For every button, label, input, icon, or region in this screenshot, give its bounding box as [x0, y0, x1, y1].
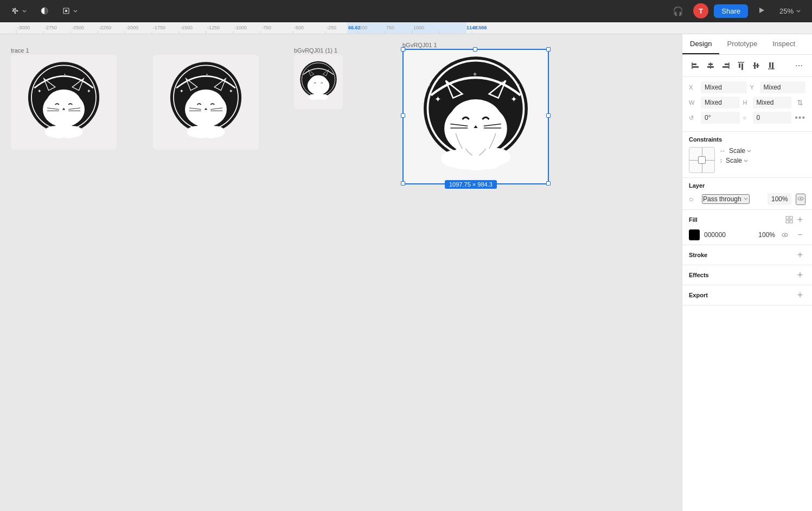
canvas-label-bgvrqj01: bGvRQJ01 1: [402, 40, 437, 49]
align-middle-v-button[interactable]: [750, 59, 763, 72]
svg-point-1: [17, 10, 18, 12]
svg-rect-141: [790, 220, 792, 223]
align-bottom-button[interactable]: [765, 59, 778, 72]
svg-rect-6: [65, 10, 67, 12]
x-input[interactable]: [701, 81, 747, 93]
share-button[interactable]: Share: [714, 4, 748, 18]
xywh-section: X Y W H ⇅ ↺ ○ •••: [682, 77, 812, 132]
rotate-input[interactable]: [701, 112, 740, 124]
chevron-down-icon-constraint-h: [746, 148, 752, 154]
topbar-right: 🎧 T Share 25%: [668, 3, 805, 18]
distribute-icon: ⋯: [795, 61, 803, 70]
fill-add-button[interactable]: +: [795, 214, 805, 225]
svg-text:+: +: [206, 73, 208, 76]
fill-header: Fill +: [689, 214, 805, 225]
svg-text:+: +: [427, 82, 430, 88]
ruler: -3000 -2750 -2500 -2250 -2000 -1750 -150…: [0, 22, 812, 34]
topbar: 🎧 T Share 25%: [0, 0, 812, 22]
handle-br[interactable]: [546, 181, 551, 186]
constraint-vertical-select[interactable]: Scale: [726, 157, 749, 164]
layer-row: ○ Pass through: [689, 193, 805, 205]
canvas-image-2[interactable]: ✦ ✦ +: [153, 55, 259, 150]
stroke-add-button[interactable]: +: [795, 250, 805, 260]
zoom-button[interactable]: 25%: [775, 5, 805, 17]
handle-tl[interactable]: [401, 47, 405, 52]
more-options-button[interactable]: •••: [795, 113, 805, 123]
svg-point-117: [477, 155, 501, 169]
w-input[interactable]: [701, 97, 740, 108]
svg-text:✦: ✦: [37, 88, 42, 94]
constraints-section: Constraints ↔ Scale: [682, 132, 812, 178]
svg-point-2: [15, 8, 16, 10]
layer-section: Layer ○ Pass through: [682, 178, 812, 210]
handle-bl[interactable]: [401, 181, 405, 186]
canvas-image-4-selected[interactable]: ✦ ✦ + + + + +: [404, 50, 548, 183]
align-right-button[interactable]: [719, 59, 732, 72]
tab-design[interactable]: Design: [682, 34, 719, 54]
constraint-horizontal-select[interactable]: Scale: [729, 147, 752, 155]
export-add-button[interactable]: +: [795, 290, 805, 301]
handle-tm[interactable]: [473, 47, 477, 52]
align-center-h-button[interactable]: [704, 59, 717, 72]
svg-point-137: [800, 197, 802, 199]
play-button[interactable]: [753, 4, 770, 18]
align-left-icon: [691, 61, 700, 70]
fill-grid-button[interactable]: [784, 214, 795, 225]
y-input[interactable]: [760, 81, 806, 93]
fill-title: Fill: [689, 216, 784, 223]
constraints-title: Constraints: [689, 136, 805, 143]
svg-text:500: 500: [359, 25, 367, 30]
svg-text:+: +: [80, 78, 82, 81]
corner-input[interactable]: [753, 112, 792, 124]
half-circle-icon: [40, 7, 49, 15]
align-top-button[interactable]: [734, 59, 747, 72]
svg-marker-7: [759, 8, 764, 13]
opacity-input[interactable]: [768, 193, 791, 205]
color-mode-button[interactable]: [36, 4, 53, 17]
rotate-label: ↺: [689, 114, 698, 122]
move-tool-button[interactable]: [7, 4, 31, 17]
frame-tool-button[interactable]: [57, 4, 82, 17]
svg-point-92: [318, 94, 328, 100]
handle-rm[interactable]: [546, 113, 551, 118]
export-section: Export +: [682, 285, 812, 305]
svg-rect-128: [741, 63, 743, 70]
visibility-toggle[interactable]: [796, 194, 805, 205]
fill-remove-button[interactable]: −: [795, 229, 805, 240]
h-input[interactable]: [753, 97, 792, 108]
svg-text:1000: 1000: [413, 25, 424, 30]
canvas-label-bgvrqj01-copy: bGvRQJ01 (1) 1: [294, 45, 337, 55]
svg-text:-2000: -2000: [126, 25, 138, 30]
svg-text:+: +: [64, 73, 66, 76]
canvas-image-3[interactable]: [294, 55, 343, 109]
eye-icon: [797, 195, 804, 202]
constraint-horizontal-row: ↔ Scale: [719, 147, 805, 155]
headphone-button[interactable]: 🎧: [668, 4, 688, 18]
svg-point-87: [309, 75, 328, 91]
fill-color-preview[interactable]: [689, 229, 700, 240]
blend-mode-select[interactable]: Pass through: [702, 194, 750, 204]
effects-add-button[interactable]: +: [795, 270, 805, 280]
handle-lm[interactable]: [401, 113, 405, 118]
svg-text:✦: ✦: [229, 88, 233, 94]
tab-prototype[interactable]: Prototype: [719, 34, 765, 54]
fill-visibility-button[interactable]: [779, 229, 790, 240]
svg-text:-1750: -1750: [153, 25, 165, 30]
y-label: Y: [750, 84, 757, 91]
distribute-button[interactable]: ⋯: [792, 59, 805, 72]
canvas-image-1[interactable]: ✦ ✦ + + +: [11, 55, 117, 150]
svg-rect-134: [772, 62, 773, 69]
corner-label: ○: [743, 114, 750, 121]
handle-tr[interactable]: [546, 47, 551, 52]
align-left-button[interactable]: [689, 59, 702, 72]
canvas-area[interactable]: trace 1: [0, 34, 682, 511]
svg-rect-139: [790, 216, 792, 219]
dimension-badge: 1097.75 × 984.3: [445, 180, 497, 189]
tab-inspect[interactable]: Inspect: [765, 34, 803, 54]
constrain-proportions-button[interactable]: ⇅: [795, 97, 805, 108]
align-middle-v-icon: [752, 61, 760, 70]
align-right-icon: [721, 61, 730, 70]
panel-tabs: Design Prototype Inspect: [682, 34, 812, 55]
w-label: W: [689, 99, 698, 106]
svg-text:✦: ✦: [434, 95, 442, 104]
